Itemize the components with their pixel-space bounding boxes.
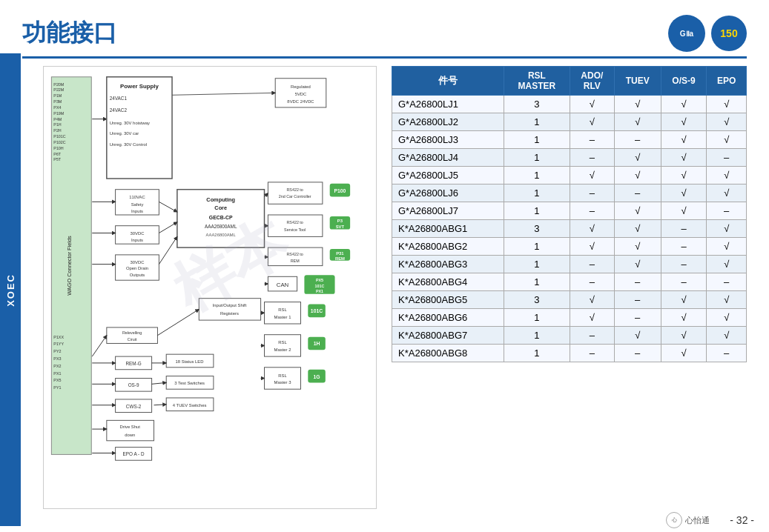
table-cell: – — [707, 273, 747, 291]
svg-text:101C: 101C — [311, 308, 323, 313]
table-cell: √ — [707, 238, 747, 256]
table-cell: 1 — [504, 273, 570, 291]
svg-text:Master 3: Master 3 — [274, 380, 292, 385]
svg-rect-89 — [265, 335, 301, 356]
svg-text:PX5: PX5 — [316, 278, 323, 282]
svg-text:Unreg. 30V car: Unreg. 30V car — [110, 131, 139, 136]
svg-text:P1M: P1M — [53, 93, 62, 98]
data-table-area: 件号 RSLMASTER ADO/RLV TUEV O/S-9 EPO G*A2… — [392, 66, 747, 509]
table-cell: √ — [661, 167, 707, 184]
company-logo: GⅡa — [668, 15, 705, 52]
table-row: G*A26800LJ51√√√√ — [392, 167, 747, 184]
svg-text:P19M: P19M — [53, 111, 65, 116]
table-cell: – — [570, 131, 614, 149]
svg-rect-129 — [107, 420, 154, 440]
svg-rect-95 — [265, 368, 301, 389]
table-cell: G*A26800LJ7 — [392, 202, 504, 220]
table-cell: – — [570, 273, 614, 291]
table-cell: √ — [614, 327, 661, 345]
table-row: K*A26800ABG81––√– — [392, 345, 747, 362]
svg-text:Unreg. 30V Control: Unreg. 30V Control — [110, 142, 147, 147]
svg-text:CWS-2: CWS-2 — [126, 404, 142, 409]
table-cell: K*A26800ABG3 — [392, 256, 504, 273]
svg-text:P6T: P6T — [53, 152, 62, 156]
table-cell: √ — [707, 220, 747, 238]
svg-text:P4M: P4M — [53, 117, 62, 122]
table-cell: – — [707, 149, 747, 167]
anniversary-logo: 150 — [711, 16, 747, 51]
table-cell: G*A26800LJ6 — [392, 184, 504, 202]
table-cell: √ — [707, 327, 747, 345]
table-cell: 3 — [504, 220, 570, 238]
table-cell: √ — [707, 256, 747, 273]
logo-area: GⅡa 150 — [668, 15, 747, 52]
table-cell: √ — [707, 291, 747, 309]
table-cell: √ — [614, 256, 661, 273]
table-cell: √ — [614, 238, 661, 256]
svg-text:GECB-CP: GECB-CP — [209, 215, 233, 220]
svg-text:P101C: P101C — [53, 134, 66, 139]
table-cell: √ — [614, 113, 661, 131]
svg-text:Registers: Registers — [220, 311, 239, 316]
table-cell: 1 — [504, 345, 570, 362]
diagram-svg: WAGO Connector Fields P20M P22M P1M P3M … — [47, 70, 373, 505]
svg-rect-59 — [268, 215, 323, 236]
table-cell: √ — [661, 96, 707, 113]
svg-text:PX2: PX2 — [53, 364, 61, 368]
table-cell: 1 — [504, 238, 570, 256]
table-cell: – — [570, 256, 614, 273]
table-cell: 3 — [504, 291, 570, 309]
table-cell: K*A26800ABG1 — [392, 220, 504, 238]
svg-text:P20M: P20M — [53, 82, 65, 87]
svg-text:Safety: Safety — [131, 202, 144, 207]
svg-text:REM-G: REM-G — [125, 361, 141, 366]
svg-text:P3M: P3M — [53, 99, 62, 104]
table-cell: √ — [614, 202, 661, 220]
table-row: K*A26800ABG31–√–√ — [392, 256, 747, 273]
svg-text:P2H: P2H — [53, 128, 62, 133]
svg-rect-80 — [199, 299, 260, 320]
svg-text:RSL: RSL — [278, 373, 287, 378]
table-cell: √ — [661, 345, 707, 362]
svg-text:5VDC: 5VDC — [295, 92, 307, 96]
table-cell: K*A26800ABG2 — [392, 238, 504, 256]
table-cell: – — [661, 273, 707, 291]
bottom-logo: 心 心怡通 — [666, 512, 710, 528]
table-cell: √ — [570, 167, 614, 184]
svg-text:Master 2: Master 2 — [274, 348, 291, 352]
xoec-sidebar: XOEC — [0, 53, 21, 526]
svg-text:RS422 to: RS422 to — [286, 252, 303, 256]
table-row: G*A26800LJ21√√√√ — [392, 113, 747, 131]
table-cell: K*A26800ABG8 — [392, 345, 504, 362]
page-header: 功能接口 GⅡa 150 — [22, 15, 747, 59]
table-cell: – — [570, 327, 614, 345]
table-cell: √ — [570, 96, 614, 113]
svg-text:OS-9: OS-9 — [128, 382, 139, 388]
table-cell: G*A26800LJ3 — [392, 131, 504, 149]
table-cell: √ — [707, 131, 747, 149]
col-header-os9: O/S-9 — [661, 67, 707, 96]
svg-text:AAA26800AML: AAA26800AML — [206, 233, 237, 237]
svg-text:P1YY: P1YY — [53, 342, 64, 346]
table-row: G*A26800LJ61––√√ — [392, 184, 747, 202]
xinyi-logo-text: 心怡通 — [685, 515, 710, 526]
table-row: G*A26800LJ31––√√ — [392, 131, 747, 149]
table-cell: √ — [570, 238, 614, 256]
content-area: WAGO Connector Fields P20M P22M P1M P3M … — [43, 66, 747, 509]
svg-text:Inputs: Inputs — [131, 238, 143, 242]
svg-text:1H: 1H — [314, 341, 320, 346]
svg-text:RSL: RSL — [278, 340, 287, 345]
table-cell: √ — [707, 309, 747, 327]
svg-text:P5T: P5T — [53, 157, 62, 162]
col-header-ado: ADO/RLV — [570, 67, 614, 96]
svg-text:P3: P3 — [337, 219, 343, 223]
table-cell: 1 — [504, 184, 570, 202]
table-row: K*A26800ABG13√√–√ — [392, 220, 747, 238]
table-cell: 1 — [504, 149, 570, 167]
page-number: - 32 - — [730, 514, 754, 526]
table-cell: 1 — [504, 167, 570, 184]
table-cell: – — [614, 273, 661, 291]
table-row: K*A26800ABG61√–√√ — [392, 309, 747, 327]
table-cell: – — [570, 184, 614, 202]
table-row: K*A26800ABG41–––– — [392, 273, 747, 291]
